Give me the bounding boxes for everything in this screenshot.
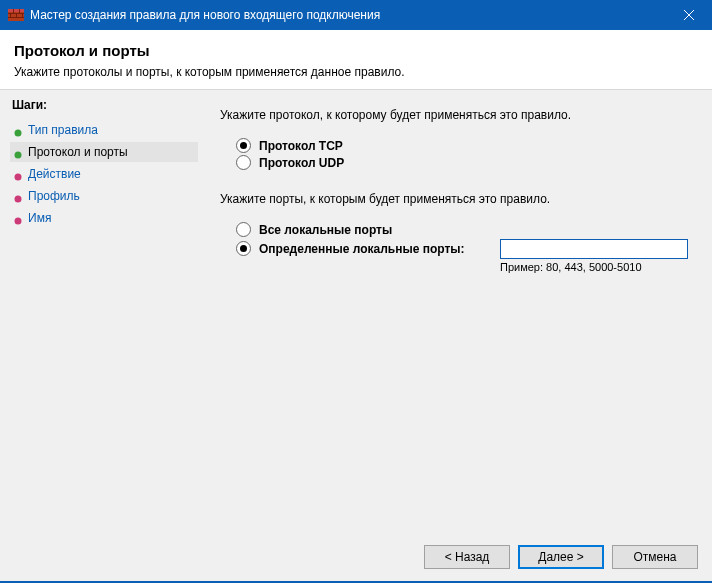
content-pane: Укажите протокол, к которому будет приме… [198,90,712,533]
step-label: Имя [28,211,51,225]
body: Шаги: Тип правила Протокол и порты Дейст… [0,90,712,533]
ports-instruction: Укажите порты, к которым будет применять… [220,192,690,206]
bullet-icon [14,148,22,156]
close-button[interactable] [666,0,712,30]
svg-rect-1 [8,9,24,12]
firewall-icon [8,7,24,23]
svg-rect-2 [8,13,24,14]
svg-rect-6 [10,14,11,17]
page-header: Протокол и порты Укажите протоколы и пор… [0,30,712,90]
radio-specific-ports[interactable]: Определенные локальные порты: [236,241,465,256]
steps-sidebar: Шаги: Тип правила Протокол и порты Дейст… [0,90,198,533]
next-button[interactable]: Далее > [518,545,604,569]
radio-icon [236,241,251,256]
specific-ports-input[interactable] [500,239,688,259]
svg-rect-4 [13,9,14,13]
svg-rect-5 [19,9,20,13]
svg-point-15 [15,218,22,225]
step-action[interactable]: Действие [10,164,198,184]
radio-icon [236,138,251,153]
radio-protocol-udp[interactable]: Протокол UDP [236,155,690,170]
footer: < Назад Далее > Отмена [0,533,712,581]
step-name[interactable]: Имя [10,208,198,228]
step-label: Профиль [28,189,80,203]
protocol-group: Протокол TCP Протокол UDP [236,138,690,170]
ports-hint: Пример: 80, 443, 5000-5010 [500,261,690,273]
ports-group: Все локальные порты Определенные локальн… [236,222,690,273]
bullet-icon [14,214,22,222]
step-label: Действие [28,167,81,181]
svg-rect-7 [16,14,17,17]
bullet-icon [14,170,22,178]
window-title: Мастер создания правила для нового входя… [30,8,666,22]
svg-point-11 [15,130,22,137]
page-subtitle: Укажите протоколы и порты, к которым при… [14,65,698,79]
radio-all-ports[interactable]: Все локальные порты [236,222,690,237]
radio-icon [236,155,251,170]
titlebar: Мастер создания правила для нового входя… [0,0,712,30]
steps-heading: Шаги: [10,98,198,112]
bullet-icon [14,192,22,200]
step-profile[interactable]: Профиль [10,186,198,206]
cancel-button[interactable]: Отмена [612,545,698,569]
page-title: Протокол и порты [14,42,698,59]
step-rule-type[interactable]: Тип правила [10,120,198,140]
radio-label: Протокол TCP [259,139,343,153]
close-icon [684,7,694,23]
radio-label: Все локальные порты [259,223,392,237]
step-protocol-ports[interactable]: Протокол и порты [10,142,198,162]
radio-protocol-tcp[interactable]: Протокол TCP [236,138,690,153]
radio-label: Определенные локальные порты: [259,242,465,256]
back-button[interactable]: < Назад [424,545,510,569]
svg-rect-3 [8,17,24,18]
protocol-instruction: Укажите протокол, к которому будет приме… [220,108,690,122]
step-label: Протокол и порты [28,145,128,159]
svg-point-12 [15,152,22,159]
svg-point-13 [15,174,22,181]
bullet-icon [14,126,22,134]
radio-label: Протокол UDP [259,156,344,170]
radio-icon [236,222,251,237]
step-label: Тип правила [28,123,98,137]
svg-rect-8 [22,14,23,17]
svg-point-14 [15,196,22,203]
wizard-window: Мастер создания правила для нового входя… [0,0,712,583]
